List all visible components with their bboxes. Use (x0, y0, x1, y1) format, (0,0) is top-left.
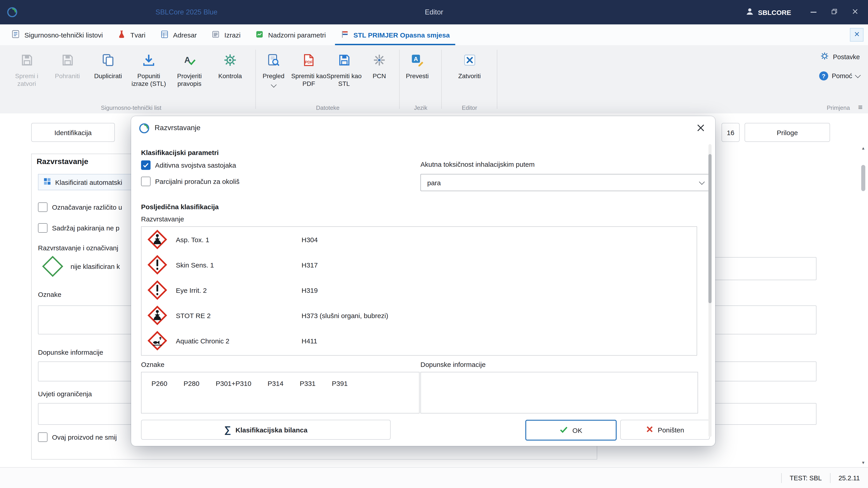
additional-info-label: Dopunske informacije (421, 361, 486, 368)
classification-balance-button[interactable]: ∑ Klasifikacijska bilanca (141, 420, 391, 440)
dialog-close-button[interactable] (696, 123, 705, 134)
scroll-up-icon[interactable]: ▲ (860, 146, 867, 151)
save-as-pdf-button[interactable]: PDF Spremiti kao PDF (291, 49, 327, 88)
cancel-button[interactable]: Poništen (620, 420, 710, 440)
copy-icon (101, 51, 115, 70)
hazard-code: H317 (302, 261, 318, 269)
tab-close-button[interactable] (850, 28, 864, 41)
ribbon-group-label: Sigurnosno-tehnički list (6, 104, 256, 111)
additional-info-box[interactable] (421, 372, 698, 414)
p-code: P391 (332, 380, 348, 387)
checkbox-additive-properties[interactable]: Aditivna svojstva sastojaka (141, 160, 236, 170)
hazard-code: H319 (302, 286, 318, 294)
close-editor-button[interactable]: Zatvoriti (449, 49, 490, 80)
vertical-scrollbar[interactable]: ▲ ▼ (860, 146, 867, 465)
tab-tvari[interactable]: Tvari (110, 24, 153, 45)
flag-icon (340, 30, 349, 40)
panel-title: Razvrstavanje (37, 157, 88, 166)
ribbon-group-datoteke: Pregled PDF Spremiti kao PDF Spremiti ka… (256, 45, 400, 113)
statusbar-divider (781, 473, 782, 483)
tab-adresar[interactable]: Adresar (153, 24, 204, 45)
menu-icon[interactable]: ≡ (858, 103, 863, 112)
chevron-down-icon (271, 82, 276, 88)
inhalation-label: Akutna toksičnost inhalacijskim putem (421, 160, 535, 168)
list-label: Razvrstavanje (141, 215, 184, 223)
p-codes-box[interactable]: P260 P280 P301+P310 P314 P331 P391 (141, 372, 420, 414)
tab-stl-primjer-opasna-smjesa[interactable]: STL PRIMJER Opasna smjesa (333, 24, 457, 45)
section-button-identifikacija[interactable]: Identifikacija (31, 123, 115, 142)
classification-row[interactable]: STOT RE 2 H373 (slušni organi, bubrezi) (142, 303, 697, 328)
classification-row[interactable]: Skin Sens. 1 H317 (142, 252, 697, 278)
ribbon-toolbar: Spremi i zatvori Pohraniti Duplicirati P… (0, 45, 868, 114)
spellcheck-button[interactable]: A Provjeriti pravopis (169, 49, 210, 88)
version-label: 25.2.11 (838, 474, 860, 482)
grid-icon (43, 177, 52, 187)
conditions-label: Uvjeti ograničenja (38, 390, 92, 398)
dialog-scrollbar-thumb[interactable] (708, 154, 712, 303)
classification-name: Asp. Tox. 1 (176, 236, 302, 243)
classification-labeling-label: Razvrstavanje i označivanj (38, 244, 118, 252)
close-icon (854, 31, 860, 39)
section-button-priloge[interactable]: Priloge (745, 123, 830, 142)
sigma-icon: ∑ (224, 424, 231, 435)
checkbox-labeling-different[interactable]: Označavanje različito u (38, 202, 122, 212)
duplicate-button[interactable]: Duplicirati (88, 49, 128, 80)
tab-izrazi[interactable]: Izrazi (204, 24, 248, 45)
account-button[interactable]: SBLCORE (745, 7, 791, 18)
tab-sigurnosno-tehnicki-listovi[interactable]: Sigurnosno-tehnički listovi (4, 24, 110, 45)
hazard-code: H304 (302, 236, 318, 243)
settings-button[interactable]: Postavke (820, 52, 860, 62)
checkbox-package-content[interactable]: Sadržaj pakiranja ne p (38, 223, 120, 233)
gear-icon (820, 52, 829, 62)
monitor-params-icon (255, 30, 264, 40)
translate-button[interactable]: A Prevesti (400, 49, 435, 80)
labels-label: Oznake (38, 291, 61, 298)
pcn-button[interactable]: PCN (362, 49, 397, 80)
ribbon-group-jezik: A Prevesti Jezik (400, 45, 442, 113)
gear-icon (223, 51, 237, 70)
minimize-button[interactable] (803, 0, 824, 24)
classification-row[interactable]: Aquatic Chronic 2 H411 (142, 328, 697, 353)
svg-text:A: A (414, 56, 418, 62)
checkbox-product-restriction[interactable]: Ovaj proizvod ne smij (38, 432, 117, 442)
classification-row[interactable]: Eye Irrit. 2 H319 (142, 278, 697, 303)
svg-text:PDF: PDF (305, 60, 313, 64)
editor-content: Identifikacija 16 Priloge Razvrstavanje … (0, 113, 868, 468)
preview-button[interactable]: Pregled (256, 49, 291, 87)
ribbon-group-stl: Spremi i zatvori Pohraniti Duplicirati P… (6, 45, 256, 113)
checkbox-checked-icon (141, 160, 151, 170)
save-as-stl-button[interactable]: Spremiti kao STL (327, 49, 362, 88)
phrases-icon (211, 30, 220, 40)
tab-label: Sigurnosno-tehnički listovi (24, 31, 103, 39)
scrollbar-thumb[interactable] (861, 165, 865, 191)
tab-nadzorni-parametri[interactable]: Nadzorni parametri (248, 24, 333, 45)
save-close-button[interactable]: Spremi i zatvori (6, 49, 47, 88)
restore-icon (831, 8, 837, 17)
p-code: P280 (184, 380, 199, 387)
maximize-button[interactable] (824, 0, 844, 24)
additional-info-label: Dopunske informacije (38, 348, 103, 356)
tab-label: Nadzorni parametri (268, 31, 326, 39)
classification-row[interactable]: Asp. Tox. 1 H304 (142, 227, 697, 252)
close-icon (851, 8, 858, 17)
help-button[interactable]: ? Pomoć (819, 71, 860, 80)
titlebar: SBLCore 2025 Blue Editor SBLCORE (0, 0, 868, 24)
control-button[interactable]: Kontrola (210, 49, 250, 80)
hazard-code: H373 (slušni organi, bubrezi) (302, 312, 388, 319)
tab-label: STL PRIMJER Opasna smjesa (353, 31, 450, 39)
section-button-16[interactable]: 16 (721, 123, 740, 142)
classification-name: Skin Sens. 1 (176, 261, 302, 269)
scroll-down-icon[interactable]: ▼ (860, 460, 867, 465)
dropdown-value: para (427, 179, 441, 186)
ok-button[interactable]: OK (525, 420, 617, 441)
dialog-logo-icon (138, 123, 150, 136)
close-button[interactable] (844, 0, 865, 24)
fill-phrases-button[interactable]: Popuniti izraze (STL) (128, 49, 169, 88)
inhalation-dropdown[interactable]: para (421, 174, 711, 191)
ghs08-health-hazard-icon (147, 305, 168, 326)
tab-label: Izrazi (224, 31, 241, 39)
checkbox-partial-environment[interactable]: Parcijalni proračun za okoliš (141, 177, 240, 186)
app-title: SBLCore 2025 Blue (156, 0, 217, 24)
pdf-icon: PDF (302, 51, 316, 70)
store-button[interactable]: Pohraniti (47, 49, 88, 80)
